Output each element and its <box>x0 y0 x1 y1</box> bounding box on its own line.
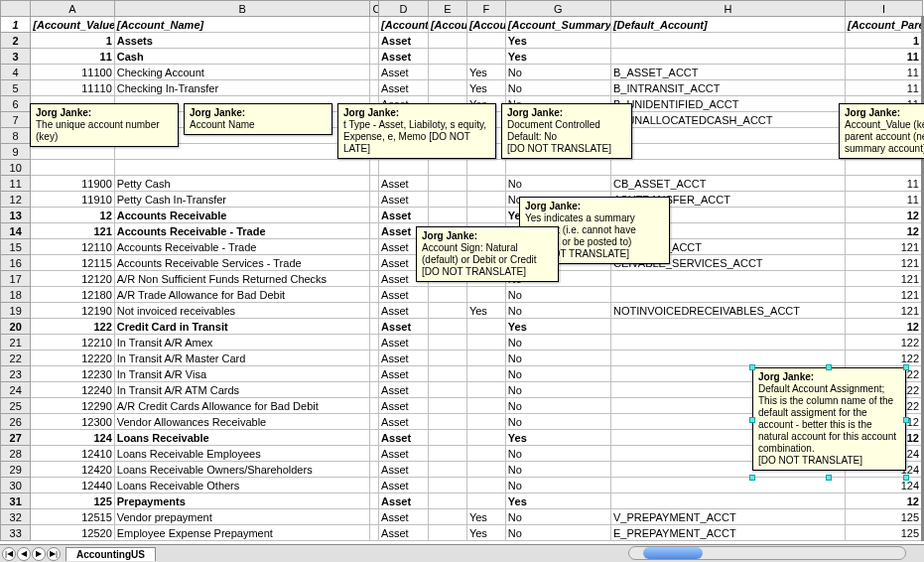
cell[interactable] <box>610 335 845 351</box>
selection-handle[interactable] <box>903 417 909 423</box>
cell[interactable] <box>466 446 505 462</box>
row-header[interactable]: 17 <box>1 271 31 287</box>
cell-comment[interactable]: Jorg Janke:t Type - Asset, Liabiloty, s … <box>337 103 496 159</box>
cell[interactable] <box>428 65 466 80</box>
cell[interactable]: [Account_Type] <box>379 17 429 33</box>
cell[interactable] <box>379 160 429 176</box>
cell[interactable] <box>428 208 466 223</box>
selection-handle[interactable] <box>749 475 755 481</box>
tab-prev-icon[interactable]: ◀ <box>17 547 31 561</box>
cell[interactable]: Loans Receivable <box>114 430 370 446</box>
cell[interactable]: Asset <box>379 430 429 446</box>
cell[interactable] <box>370 271 379 287</box>
cell[interactable]: Yes <box>466 525 505 541</box>
cell[interactable]: No <box>505 509 610 525</box>
cell[interactable]: 11900 <box>31 176 114 192</box>
row-header[interactable]: 1 <box>1 17 31 33</box>
cell[interactable]: Asset <box>379 80 429 96</box>
cell[interactable]: In Transit A/R Master Card <box>114 351 370 366</box>
cell[interactable]: 1 <box>845 33 922 49</box>
cell[interactable]: Vendor Allowances Receivable <box>114 414 370 430</box>
cell[interactable] <box>428 366 466 382</box>
cell[interactable]: 11910 <box>31 192 114 208</box>
cell[interactable] <box>610 271 845 287</box>
cell[interactable]: 11 <box>845 176 922 192</box>
cell[interactable]: Asset <box>379 319 429 335</box>
cell[interactable]: Vendor prepayment <box>114 509 370 525</box>
cell[interactable]: 122 <box>31 319 114 335</box>
row-header[interactable]: 29 <box>1 462 31 478</box>
cell[interactable]: Asset <box>379 287 429 303</box>
cell[interactable]: No <box>505 351 610 366</box>
cell[interactable]: Yes <box>466 80 505 96</box>
row-header[interactable]: 2 <box>1 33 31 49</box>
cell[interactable] <box>370 49 379 65</box>
cell[interactable]: Accounts Receivable <box>114 208 370 223</box>
cell[interactable]: A/R Non Sufficient Funds Returned Checks <box>114 271 370 287</box>
cell[interactable]: NOTINVOICEDRECEIVABLES_ACCT <box>610 303 845 319</box>
cell[interactable]: 125 <box>31 493 114 509</box>
cell[interactable]: 12120 <box>31 271 114 287</box>
corner-cell[interactable] <box>1 1 31 17</box>
cell[interactable] <box>370 33 379 49</box>
row-header[interactable]: 23 <box>1 366 31 382</box>
cell[interactable]: 11 <box>845 80 922 96</box>
cell[interactable] <box>370 525 379 541</box>
cell[interactable]: Yes <box>466 303 505 319</box>
cell[interactable] <box>466 208 505 223</box>
cell[interactable]: Checking In-Transfer <box>114 80 370 96</box>
cell[interactable] <box>428 351 466 366</box>
cell[interactable] <box>428 509 466 525</box>
cell[interactable] <box>428 398 466 414</box>
cell[interactable]: Asset <box>379 366 429 382</box>
cell[interactable] <box>505 160 610 176</box>
row-header[interactable]: 10 <box>1 160 31 176</box>
cell[interactable] <box>370 239 379 255</box>
cell[interactable]: Asset <box>379 335 429 351</box>
cell[interactable] <box>428 49 466 65</box>
row-header[interactable]: 19 <box>1 303 31 319</box>
cell[interactable] <box>610 493 845 509</box>
cell[interactable]: 122 <box>845 335 922 351</box>
row-header[interactable]: 25 <box>1 398 31 414</box>
selection-handle[interactable] <box>749 364 755 370</box>
cell[interactable] <box>428 478 466 493</box>
cell[interactable] <box>610 128 845 144</box>
cell[interactable]: Yes <box>466 65 505 80</box>
horizontal-scrollbar[interactable] <box>628 546 906 560</box>
cell[interactable]: No <box>505 287 610 303</box>
tab-next-icon[interactable]: ▶ <box>32 547 46 561</box>
cell[interactable]: 11110 <box>31 80 114 96</box>
cell[interactable]: 12 <box>845 319 922 335</box>
cell[interactable]: Yes <box>466 509 505 525</box>
cell[interactable] <box>370 65 379 80</box>
cell[interactable] <box>466 366 505 382</box>
row-header[interactable]: 14 <box>1 223 31 239</box>
cell[interactable]: Cash <box>114 49 370 65</box>
cell[interactable] <box>370 335 379 351</box>
cell[interactable]: CB_ASSET_ACCT <box>610 176 845 192</box>
cell[interactable] <box>428 80 466 96</box>
cell[interactable] <box>31 160 114 176</box>
cell[interactable] <box>610 49 845 65</box>
cell[interactable]: Accounts Receivable - Trade <box>114 239 370 255</box>
cell[interactable] <box>370 509 379 525</box>
cell[interactable]: [Account_Summary] <box>505 17 610 33</box>
row-header[interactable]: 30 <box>1 478 31 493</box>
cell[interactable]: Checking Account <box>114 65 370 80</box>
tab-last-icon[interactable]: ▶| <box>47 547 61 561</box>
cell[interactable]: 12 <box>845 493 922 509</box>
cell[interactable] <box>370 493 379 509</box>
cell[interactable]: Loans Receivable Employees <box>114 446 370 462</box>
cell[interactable]: Asset <box>379 192 429 208</box>
cell[interactable]: 12420 <box>31 462 114 478</box>
selection-handle[interactable] <box>826 364 832 370</box>
cell[interactable]: No <box>505 478 610 493</box>
cell[interactable]: 121 <box>845 255 922 271</box>
cell[interactable]: 12190 <box>31 303 114 319</box>
cell[interactable]: No <box>505 303 610 319</box>
cell[interactable]: Asset <box>379 33 429 49</box>
cell[interactable] <box>466 160 505 176</box>
cell[interactable] <box>428 160 466 176</box>
row-header[interactable]: 33 <box>1 525 31 541</box>
